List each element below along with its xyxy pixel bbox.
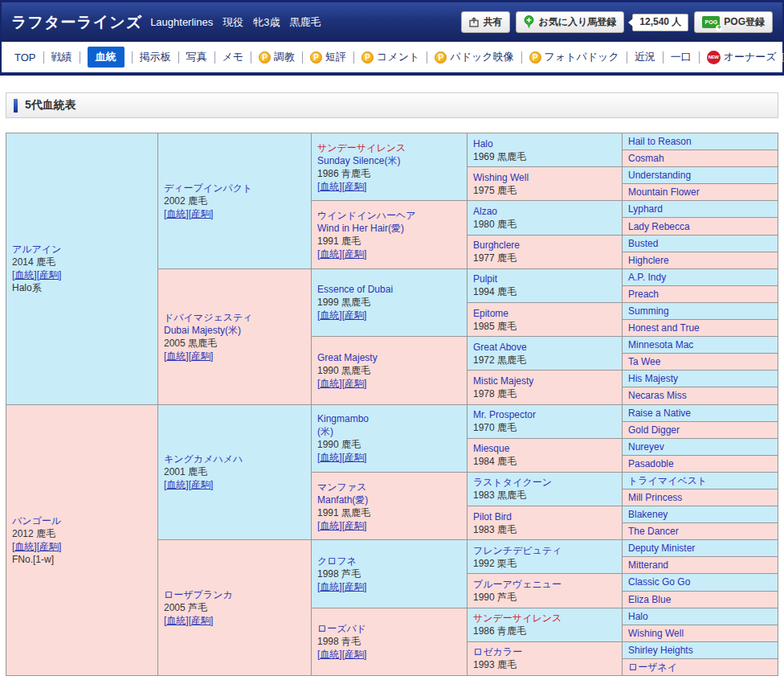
bloodline-link[interactable]: 血統 — [320, 581, 339, 592]
horse-link[interactable]: Wishing Well — [628, 627, 774, 640]
nav-item-1[interactable]: TOP — [14, 51, 36, 63]
bloodline-link[interactable]: 血統 — [320, 378, 339, 389]
horse-link[interactable]: Burghclere — [473, 239, 619, 252]
offspring-link[interactable]: 産駒 — [39, 541, 59, 552]
nav-item-13[interactable]: 一口 — [671, 50, 692, 64]
horse-link[interactable]: Deputy Minister — [628, 542, 774, 555]
horse-link[interactable]: ローザネイ — [628, 661, 774, 674]
horse-link[interactable]: Great Majesty — [317, 351, 463, 364]
horse-link[interactable]: マンファス — [317, 481, 463, 494]
bloodline-link[interactable]: 血統 — [166, 615, 186, 626]
horse-link[interactable]: Shirley Heights — [628, 644, 774, 657]
horse-link[interactable]: Lyphard — [628, 203, 774, 215]
bloodline-link[interactable]: 血統 — [14, 269, 34, 281]
bloodline-link[interactable]: 血統 — [320, 309, 339, 321]
nav-item-8[interactable]: P短評 — [310, 50, 346, 64]
nav-item-12[interactable]: 近況 — [635, 50, 655, 64]
bloodline-link[interactable]: 血統 — [166, 479, 186, 490]
favorite-button[interactable]: お気に入り馬登録 — [516, 11, 624, 33]
horse-link[interactable]: Gold Digger — [628, 424, 774, 436]
horse-link[interactable]: His Majesty — [628, 372, 774, 385]
bloodline-link[interactable]: 血統 — [320, 452, 339, 463]
horse-link[interactable]: Mill Princess — [628, 491, 774, 504]
horse-link[interactable]: Mistic Majesty — [473, 375, 619, 387]
horse-link[interactable]: アルアイン — [12, 243, 154, 256]
horse-link[interactable]: Cosmah — [628, 152, 774, 165]
offspring-link[interactable]: 産駒 — [345, 520, 364, 531]
bloodline-link[interactable]: 血統 — [320, 181, 339, 192]
horse-link[interactable]: Pilot Bird — [473, 510, 619, 523]
horse-link[interactable]: Pasadoble — [628, 457, 774, 470]
nav-item-7[interactable]: P調教 — [259, 50, 295, 64]
horse-link[interactable]: Lady Rebecca — [628, 220, 774, 233]
horse-link[interactable]: Preach — [628, 288, 774, 301]
nav-item-2[interactable]: 戦績 — [51, 50, 72, 64]
horse-link[interactable]: Hail to Reason — [628, 135, 774, 148]
horse-link[interactable]: Wishing Well — [473, 171, 619, 184]
bloodline-link[interactable]: 血統 — [14, 541, 34, 552]
horse-link[interactable]: フレンチデピュティ — [473, 544, 619, 557]
horse-link[interactable]: Summing — [628, 305, 774, 317]
offspring-link[interactable]: 産駒 — [345, 181, 364, 192]
offspring-link[interactable]: 産駒 — [345, 378, 364, 389]
bloodline-link[interactable]: 血統 — [166, 350, 186, 362]
horse-link[interactable]: ウインドインハーヘア — [317, 209, 463, 222]
horse-link[interactable]: Eliza Blue — [628, 593, 774, 606]
horse-link[interactable]: ロゼカラー — [473, 645, 619, 658]
horse-link[interactable]: Busted — [628, 237, 774, 250]
offspring-link[interactable]: 産駒 — [345, 452, 364, 463]
horse-link[interactable]: Highclere — [628, 254, 774, 267]
offspring-link[interactable]: 産駒 — [191, 208, 210, 219]
nav-item-14[interactable]: NEWオーナーズ — [707, 50, 784, 64]
horse-link[interactable]: Blakeney — [628, 508, 774, 521]
offspring-link[interactable]: 産駒 — [345, 309, 364, 321]
horse-link[interactable]: バンゴール — [12, 514, 154, 527]
bloodline-link[interactable]: 血統 — [320, 649, 339, 660]
horse-link[interactable]: Miesque — [473, 442, 619, 455]
bloodline-link[interactable]: 血統 — [320, 520, 339, 531]
horse-link[interactable]: Epitome — [473, 307, 619, 320]
horse-name-en-link[interactable]: Manfath(愛) — [317, 494, 463, 506]
nav-item-9[interactable]: Pコメント — [361, 50, 419, 64]
offspring-link[interactable]: 産駒 — [191, 615, 210, 626]
horse-link[interactable]: Ta Wee — [628, 355, 774, 368]
horse-link[interactable]: Honest and True — [628, 322, 774, 334]
horse-link[interactable]: Alzao — [473, 205, 619, 218]
horse-link[interactable]: Kingmambo — [317, 412, 463, 425]
horse-link[interactable]: Pulpit — [473, 272, 619, 285]
horse-link[interactable]: Nureyev — [628, 440, 774, 453]
horse-link[interactable]: ローズバド — [317, 622, 463, 635]
horse-name-en-link[interactable]: (米) — [317, 425, 463, 438]
horse-link[interactable]: ブルーアヴェニュー — [473, 578, 619, 591]
horse-link[interactable]: Mountain Flower — [628, 186, 774, 199]
horse-name-en-link[interactable]: Sunday Silence(米) — [317, 154, 463, 167]
horse-link[interactable]: Raise a Native — [628, 407, 774, 420]
horse-link[interactable]: ディープインパクト — [164, 182, 308, 195]
horse-link[interactable]: キングカメハメハ — [164, 453, 308, 465]
horse-link[interactable]: Halo — [628, 610, 774, 623]
horse-link[interactable]: サンデーサイレンス — [473, 612, 619, 625]
horse-link[interactable]: Mitterand — [628, 559, 774, 571]
offspring-link[interactable]: 産駒 — [39, 269, 59, 281]
nav-item-6[interactable]: メモ — [223, 50, 244, 64]
horse-name-en-link[interactable]: Wind in Her Hair(愛) — [317, 222, 463, 235]
offspring-link[interactable]: 産駒 — [345, 649, 364, 660]
nav-item-4[interactable]: 掲示板 — [140, 50, 171, 64]
horse-link[interactable]: Essence of Dubai — [317, 283, 463, 296]
horse-link[interactable]: Understanding — [628, 169, 774, 182]
horse-link[interactable]: サンデーサイレンス — [317, 141, 463, 154]
offspring-link[interactable]: 産駒 — [345, 248, 364, 260]
nav-item-11[interactable]: Pフォトパドック — [529, 50, 619, 64]
bloodline-link[interactable]: 血統 — [166, 208, 186, 219]
horse-link[interactable]: ラストタイクーン — [473, 476, 619, 489]
horse-link[interactable]: Great Above — [473, 341, 619, 354]
nav-item-3[interactable]: 血統 — [88, 47, 125, 68]
pog-button[interactable]: POG POG登録 — [694, 11, 773, 33]
nav-item-5[interactable]: 写真 — [186, 50, 207, 64]
horse-link[interactable]: A.P. Indy — [628, 271, 774, 284]
nav-item-10[interactable]: Pパドック映像 — [435, 50, 513, 64]
horse-link[interactable]: ローザブランカ — [164, 588, 308, 601]
offspring-link[interactable]: 産駒 — [191, 479, 210, 490]
offspring-link[interactable]: 産駒 — [191, 350, 210, 362]
horse-link[interactable]: Minnesota Mac — [628, 338, 774, 351]
